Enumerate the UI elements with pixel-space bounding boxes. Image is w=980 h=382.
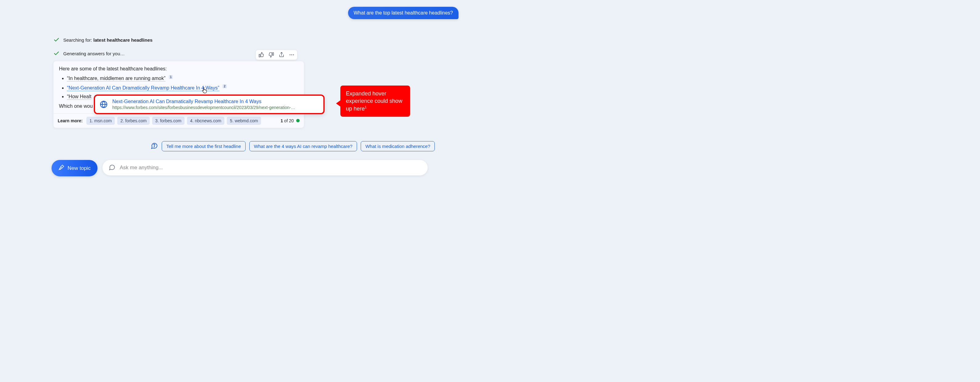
page-current: 1: [280, 118, 283, 123]
user-message-text: What are the top latest healthcare headl…: [354, 10, 453, 16]
broom-icon: [58, 164, 65, 172]
ask-input-container[interactable]: [102, 160, 428, 176]
page-total: 20: [289, 118, 294, 123]
link-hover-tooltip: Next-Generation AI Can Dramatically Reva…: [94, 94, 325, 114]
suggestion-chip[interactable]: What is medication adherence?: [361, 141, 435, 151]
status-dot-icon: [296, 119, 300, 122]
svg-point-4: [154, 146, 154, 147]
progress-searching-text: Searching for: latest healthcare headlin…: [63, 37, 153, 43]
svg-point-1: [291, 54, 292, 55]
callout-text: Expanded hover experience could show up …: [346, 91, 402, 112]
headline-link[interactable]: “In healthcare, middlemen are running am…: [67, 76, 165, 82]
source-pill[interactable]: 5. webmd.com: [227, 117, 261, 125]
learn-more-bar: Learn more: 1. msn.com 2. forbes.com 3. …: [53, 113, 304, 128]
answer-intro: Here are some of the latest healthcare h…: [59, 66, 298, 72]
thumbs-down-button[interactable]: [269, 52, 274, 58]
annotation-callout: Expanded hover experience could show up …: [340, 86, 410, 117]
source-pill[interactable]: 2. forbes.com: [117, 117, 150, 125]
learn-more-label: Learn more:: [58, 118, 83, 123]
more-button[interactable]: [289, 52, 295, 58]
page-of: of: [284, 118, 288, 123]
page-indicator: 1 of 20: [280, 118, 300, 123]
headline-item: “Next-Generation AI Can Dramatically Rev…: [67, 83, 298, 92]
citation-badge[interactable]: 1: [169, 75, 173, 79]
globe-icon: [99, 100, 108, 109]
tooltip-title[interactable]: Next-Generation AI Can Dramatically Reva…: [112, 99, 295, 104]
chat-icon: [109, 164, 115, 172]
check-icon: [53, 50, 60, 56]
ask-input[interactable]: [120, 165, 422, 171]
tooltip-url: https://www.forbes.com/sites/forbesbusin…: [112, 105, 295, 110]
source-pill[interactable]: 1. msn.com: [86, 117, 115, 125]
feedback-toolbar: [256, 50, 298, 60]
citation-badge[interactable]: 2: [223, 84, 227, 88]
progress-searching: Searching for: latest healthcare headlin…: [53, 37, 153, 43]
suggestion-chip[interactable]: Tell me more about the first headline: [162, 141, 246, 151]
source-pill[interactable]: 3. forbes.com: [152, 117, 185, 125]
suggestions-row: Tell me more about the first headline Wh…: [151, 141, 435, 151]
headline-link[interactable]: “Next-Generation AI Can Dramatically Rev…: [67, 85, 220, 91]
svg-point-0: [290, 54, 291, 55]
progress-searching-prefix: Searching for:: [63, 37, 94, 43]
progress-generating-text: Generating answers for you…: [63, 51, 125, 56]
headline-item: “In healthcare, middlemen are running am…: [67, 74, 298, 83]
headline-link[interactable]: “How Healt: [67, 94, 91, 100]
share-button[interactable]: [278, 52, 285, 58]
user-message-bubble: What are the top latest healthcare headl…: [348, 7, 458, 19]
callout-sup: 1: [365, 105, 367, 109]
source-pill[interactable]: 4. nbcnews.com: [187, 117, 224, 125]
suggestions-icon: [151, 142, 158, 150]
progress-searching-query: latest healthcare headlines: [94, 37, 153, 43]
progress-generating: Generating answers for you…: [53, 50, 125, 56]
suggestion-chip[interactable]: What are the 4 ways AI can revamp health…: [249, 141, 357, 151]
check-icon: [53, 37, 60, 43]
svg-point-2: [293, 54, 294, 55]
new-topic-label: New topic: [68, 165, 91, 171]
thumbs-up-button[interactable]: [258, 52, 264, 58]
new-topic-button[interactable]: New topic: [51, 160, 97, 176]
